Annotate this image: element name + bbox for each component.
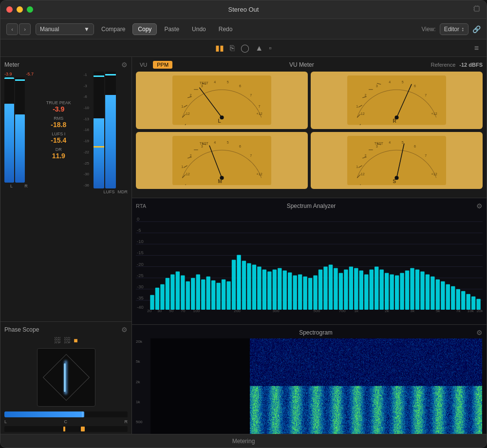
svg-text:1: 1 bbox=[181, 165, 183, 168]
redo-button[interactable]: Redo bbox=[213, 23, 238, 35]
svg-text:3: 3 bbox=[376, 84, 378, 88]
lr-labels: L C R bbox=[4, 419, 128, 424]
svg-text:2: 2 bbox=[365, 93, 367, 97]
svg-rect-142 bbox=[313, 276, 317, 310]
phase-controls: ⛆ ⛆ ■ bbox=[4, 336, 128, 344]
paste-button[interactable]: Paste bbox=[159, 23, 185, 35]
svg-text:-12: -12 bbox=[185, 172, 189, 176]
spectrogram-title: Spectrogram bbox=[155, 329, 476, 336]
svg-rect-154 bbox=[375, 267, 378, 310]
phase-header: Phase Scope ⚙ bbox=[4, 326, 128, 334]
close-button[interactable] bbox=[6, 6, 13, 13]
svg-rect-121 bbox=[206, 277, 210, 310]
svg-rect-168 bbox=[446, 284, 450, 310]
phase-mode-3-btn[interactable]: ■ bbox=[74, 336, 77, 344]
svg-rect-153 bbox=[370, 270, 374, 310]
menu-icon[interactable]: ≡ bbox=[474, 44, 479, 53]
phase-settings-icon[interactable]: ⚙ bbox=[121, 326, 128, 334]
tab-meter-icon[interactable]: ▮▮ bbox=[215, 43, 224, 53]
svg-text:1: 1 bbox=[356, 105, 358, 109]
svg-rect-113 bbox=[166, 278, 169, 310]
link-icon[interactable]: 🔗 bbox=[472, 25, 481, 33]
lufs-reading: LUFS I -15.4 bbox=[51, 131, 66, 144]
svg-text:30: 30 bbox=[157, 309, 162, 313]
maximize-button[interactable] bbox=[27, 6, 33, 13]
svg-rect-145 bbox=[329, 265, 333, 310]
svg-rect-0 bbox=[474, 6, 479, 11]
correlation-meter bbox=[4, 411, 128, 417]
svg-rect-122 bbox=[211, 280, 215, 310]
dr-reading: DR 11.9 bbox=[52, 147, 65, 160]
svg-text:-30: -30 bbox=[137, 284, 144, 289]
svg-rect-167 bbox=[441, 281, 445, 310]
nav-controls: ‹ › bbox=[6, 23, 31, 35]
main-window: Stereo Out ‹ › Manual ▼ Compare Copy Pas… bbox=[0, 0, 487, 448]
view-selector[interactable]: Editor ↕ bbox=[440, 23, 468, 35]
svg-text:6: 6 bbox=[414, 145, 416, 149]
svg-text:5k: 5k bbox=[436, 309, 441, 313]
svg-text:10k: 10k bbox=[468, 309, 474, 313]
svg-text:6: 6 bbox=[239, 145, 241, 149]
vu-meters-grid: -12 TEST +12 L 1 2 3 4 5 6 7 7 bbox=[136, 72, 483, 189]
tab-spectrum-icon[interactable]: ▲ bbox=[255, 44, 263, 53]
svg-rect-132 bbox=[262, 270, 266, 310]
svg-rect-170 bbox=[456, 289, 460, 310]
phase-section: Phase Scope ⚙ ⛆ ⛆ ■ bbox=[0, 322, 131, 434]
expand-icon[interactable] bbox=[473, 5, 481, 15]
tab-extra-icon[interactable]: ▫ bbox=[269, 44, 272, 53]
svg-text:100: 100 bbox=[193, 309, 200, 313]
svg-text:3: 3 bbox=[201, 145, 203, 149]
vu-section: VU PPM VU Meter Reference -12 dBFS bbox=[132, 57, 487, 198]
preset-selector[interactable]: Manual ▼ bbox=[36, 23, 94, 35]
ppm-tab[interactable]: PPM bbox=[153, 61, 172, 69]
svg-rect-135 bbox=[278, 268, 281, 310]
phase-mode-2-btn[interactable]: ⛆ bbox=[64, 336, 71, 344]
phase-mode-1-btn[interactable]: ⛆ bbox=[54, 336, 61, 344]
tab-envelope-icon[interactable]: ⎘ bbox=[230, 44, 235, 53]
phase-scope-display bbox=[37, 348, 95, 407]
minimize-button[interactable] bbox=[17, 6, 23, 13]
svg-text:20: 20 bbox=[147, 309, 152, 313]
spectrum-settings-icon[interactable]: ⚙ bbox=[476, 202, 483, 210]
nav-back-button[interactable]: ‹ bbox=[6, 23, 18, 35]
svg-rect-141 bbox=[308, 278, 312, 310]
view-label: View: bbox=[422, 26, 436, 33]
svg-text:4: 4 bbox=[389, 141, 391, 145]
tab-phase-icon[interactable]: ◯ bbox=[241, 43, 249, 53]
svg-text:500: 500 bbox=[313, 309, 320, 313]
svg-text:2: 2 bbox=[365, 153, 367, 157]
r-bar-label: R bbox=[24, 184, 28, 188]
svg-text:-12: -12 bbox=[185, 112, 189, 116]
undo-button[interactable]: Undo bbox=[187, 23, 211, 35]
svg-rect-147 bbox=[339, 273, 343, 310]
svg-text:+12: +12 bbox=[257, 112, 262, 116]
svg-rect-152 bbox=[364, 275, 368, 310]
spectrogram-canvas bbox=[150, 338, 483, 434]
svg-rect-114 bbox=[170, 275, 174, 310]
nav-forward-button[interactable]: › bbox=[19, 23, 31, 35]
svg-text:3: 3 bbox=[376, 145, 378, 149]
vu-title: VU Meter bbox=[172, 61, 431, 68]
spectrogram-section: Spectrogram ⚙ 20k 5k 2k 1k 500 200 100 5… bbox=[132, 325, 487, 434]
compare-button[interactable]: Compare bbox=[96, 23, 131, 35]
svg-text:200: 200 bbox=[234, 309, 241, 313]
spectrogram-settings-icon[interactable]: ⚙ bbox=[476, 329, 483, 336]
svg-text:6: 6 bbox=[239, 84, 241, 88]
svg-text:4: 4 bbox=[214, 141, 216, 145]
titlebar: Stereo Out bbox=[0, 0, 487, 19]
svg-rect-133 bbox=[267, 272, 271, 310]
true-peak-reading: TRUE PEAK -3.9 bbox=[46, 100, 71, 113]
vu-tabs: VU PPM bbox=[136, 61, 172, 69]
svg-rect-136 bbox=[283, 271, 287, 310]
window-title: Stereo Out bbox=[228, 6, 259, 13]
svg-rect-156 bbox=[385, 273, 389, 310]
meter-settings-icon[interactable]: ⚙ bbox=[121, 61, 128, 69]
vu-tab[interactable]: VU bbox=[136, 61, 151, 69]
svg-text:3k: 3k bbox=[410, 309, 415, 313]
main-content: Meter ⚙ -3.9 -5.7 bbox=[0, 57, 487, 434]
mdr-footer-label: MDR bbox=[118, 189, 128, 194]
svg-text:700: 700 bbox=[339, 309, 346, 313]
svg-rect-134 bbox=[273, 270, 277, 310]
copy-button[interactable]: Copy bbox=[132, 23, 157, 35]
vu-meter-L: -12 TEST +12 L 1 2 3 4 5 6 7 7 bbox=[136, 72, 308, 129]
